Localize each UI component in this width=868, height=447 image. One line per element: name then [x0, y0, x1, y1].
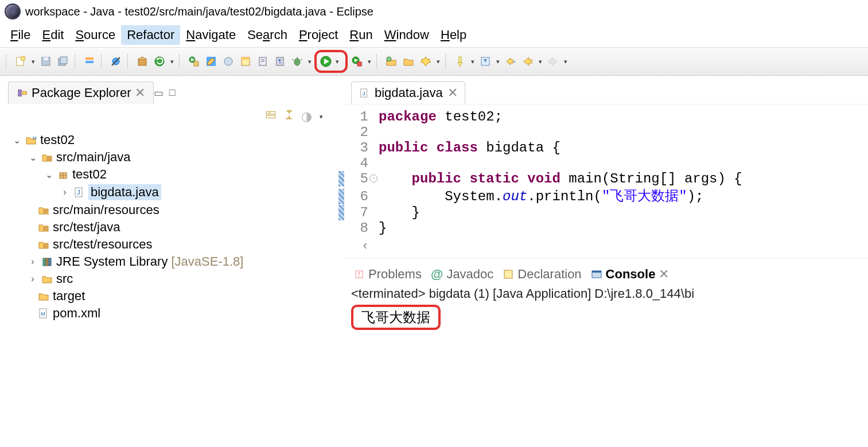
menu-edit[interactable]: Edit [36, 25, 69, 45]
new-file-dropdown[interactable]: ▾ [435, 53, 442, 69]
run-button[interactable] [318, 53, 334, 69]
tree-jre[interactable]: ›JRE System Library [JavaSE-1.8] [11, 253, 344, 270]
search-button[interactable] [452, 53, 468, 69]
last-edit-button[interactable]: * [503, 53, 519, 69]
svg-marker-43 [524, 57, 532, 65]
editor-area: J bigdata.java ✕ 1package test02; 2 3pub… [344, 81, 868, 330]
package-explorer-tab[interactable]: Package Explorer ✕ [8, 81, 154, 104]
svg-line-29 [301, 59, 302, 60]
new-button[interactable] [13, 53, 29, 69]
save-button[interactable] [38, 53, 54, 69]
focus-icon[interactable]: ◑ [301, 109, 312, 124]
coverage-button[interactable] [238, 53, 254, 69]
separator [179, 55, 182, 68]
svg-text:¶: ¶ [278, 59, 281, 65]
open-type-button[interactable] [220, 53, 236, 69]
menu-source[interactable]: Source [69, 25, 121, 45]
window-title: workspace - Java - test02/src/main/java/… [25, 5, 373, 18]
pencil-button[interactable] [203, 53, 219, 69]
tree-package[interactable]: ⌄test02 [11, 166, 344, 183]
scroll-left-icon[interactable]: ‹ [344, 236, 868, 254]
new-file-button[interactable] [418, 53, 434, 69]
run-button-highlight: ▾ [314, 50, 348, 73]
editor-tab-bigdata[interactable]: J bigdata.java ✕ [351, 81, 465, 104]
tree-label: test02 [72, 167, 107, 182]
separator [101, 55, 104, 68]
source-folder-icon [41, 151, 53, 163]
new-dropdown[interactable]: ▾ [30, 53, 37, 69]
tree-src[interactable]: ›src [11, 270, 344, 287]
tab-problems[interactable]: !Problems [353, 267, 422, 282]
menu-refactor[interactable]: Refactor [121, 25, 180, 45]
menu-help[interactable]: Help [435, 25, 472, 45]
tree-src-test-java[interactable]: src/test/java [11, 219, 344, 236]
close-icon[interactable]: ✕ [447, 85, 458, 100]
package-explorer-icon [17, 87, 28, 99]
new-package-button[interactable] [134, 53, 150, 69]
tree-target[interactable]: target [11, 287, 344, 305]
code-editor[interactable]: 1package test02; 2 3public class bigdata… [344, 104, 868, 258]
separator [127, 55, 131, 68]
tree-src-main-java[interactable]: ⌄src/main/java [11, 149, 344, 166]
tab-javadoc[interactable]: @ Javadoc [431, 267, 493, 282]
package-explorer-view: Package Explorer ✕ ▭ □ ◑ ▾ ⌄Mtest02 ⌄src… [0, 81, 344, 322]
annotation-dropdown[interactable]: ▾ [495, 53, 501, 69]
minimize-icon[interactable]: ▭ [154, 87, 164, 99]
collapse-all-icon[interactable] [264, 108, 277, 125]
skip-breakpoints-button[interactable] [108, 53, 124, 69]
library-icon [41, 256, 53, 267]
run-last-dropdown[interactable]: ▾ [366, 53, 373, 69]
forward-dropdown[interactable]: ▾ [562, 53, 569, 69]
package-icon [57, 169, 69, 180]
tab-declaration[interactable]: Declaration [503, 267, 581, 282]
build-button[interactable] [151, 53, 168, 69]
svg-text:M: M [33, 135, 37, 141]
menu-navigate[interactable]: Navigate [180, 25, 242, 45]
tab-label: Console [606, 267, 656, 282]
close-icon[interactable]: ✕ [659, 267, 669, 282]
tree-file-bigdata[interactable]: ›Jbigdata.java [11, 183, 344, 201]
maximize-icon[interactable]: □ [169, 87, 176, 99]
tree-project[interactable]: ⌄Mtest02 [11, 131, 344, 149]
tab-console[interactable]: Console ✕ [591, 267, 670, 282]
close-icon[interactable]: ✕ [135, 85, 145, 100]
toggle-breadcrumb-button[interactable] [81, 53, 98, 69]
back-button[interactable] [520, 53, 536, 69]
save-all-button[interactable] [55, 53, 71, 69]
package-explorer-title: Package Explorer [32, 85, 131, 100]
build-dropdown[interactable]: ▾ [169, 53, 176, 69]
menu-project[interactable]: Project [293, 25, 344, 45]
run-dropdown[interactable]: ▾ [334, 53, 341, 69]
menu-search[interactable]: Search [242, 25, 293, 45]
view-menu-dropdown[interactable]: ▾ [318, 108, 325, 125]
search-dropdown[interactable]: ▾ [469, 53, 476, 69]
svg-rect-34 [357, 62, 361, 66]
menu-run[interactable]: Run [344, 25, 378, 45]
task-button[interactable] [255, 53, 271, 69]
fold-icon[interactable]: - [369, 174, 377, 182]
run-last-button[interactable] [349, 53, 365, 69]
new-java-project-button[interactable] [383, 53, 399, 69]
line-number: 8 [344, 220, 379, 236]
run-config-button[interactable] [186, 53, 202, 69]
tree-label: test02 [40, 133, 75, 147]
svg-line-28 [292, 59, 294, 60]
tree-src-main-resources[interactable]: src/main/resources [11, 201, 344, 219]
menu-file[interactable]: File [5, 25, 36, 45]
forward-button[interactable] [545, 53, 561, 69]
new-folder-button[interactable] [400, 53, 417, 69]
debug-button[interactable] [289, 53, 305, 69]
back-dropdown[interactable]: ▾ [537, 53, 544, 69]
pin-button[interactable]: ¶ [272, 53, 288, 69]
svg-text:J: J [77, 189, 80, 196]
line-number: 4 [344, 156, 379, 171]
svg-marker-38 [458, 63, 462, 67]
bottom-tab-bar: !Problems @ Javadoc Declaration Console … [344, 258, 868, 284]
debug-dropdown[interactable]: ▾ [306, 53, 313, 69]
link-editor-icon[interactable] [283, 108, 295, 125]
menu-window[interactable]: Window [379, 25, 435, 45]
tree-pom[interactable]: Mpom.xml [11, 305, 344, 322]
annotation-nav-button[interactable] [477, 53, 493, 69]
tree-src-test-resources[interactable]: src/test/resources [11, 236, 344, 253]
line-number: 1 [344, 109, 379, 125]
